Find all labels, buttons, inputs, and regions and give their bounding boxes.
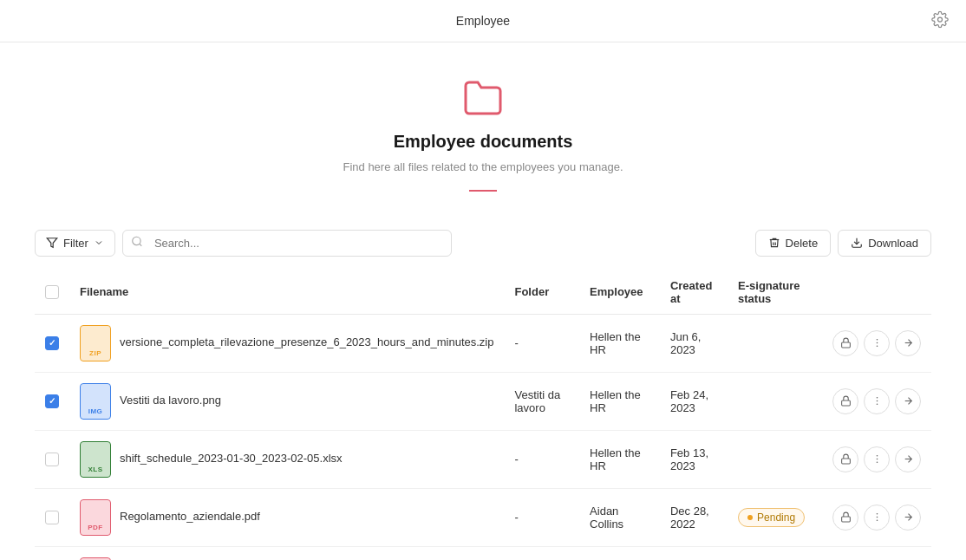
more-options-button[interactable]	[864, 330, 890, 356]
col-header-filename: Filename	[69, 270, 504, 315]
search-icon	[131, 236, 143, 251]
row-checkbox-cell	[35, 430, 69, 488]
svg-point-21	[876, 513, 878, 515]
settings-icon[interactable]	[931, 11, 949, 31]
lock-icon-button[interactable]	[832, 388, 858, 414]
page-title: Employee	[456, 14, 510, 28]
row-folder-cell: -	[504, 314, 579, 372]
status-badge: Pending	[738, 508, 805, 527]
row-filename-cell: PDF Regolamento_aziendale.pdf	[69, 546, 504, 560]
svg-point-23	[876, 519, 878, 521]
more-options-button[interactable]	[864, 446, 890, 472]
row-status-cell: Pending	[728, 488, 822, 546]
row-employee-cell: Aidan Collins	[579, 546, 660, 560]
row-created-cell: Feb 13, 2023	[660, 430, 728, 488]
file-type-badge: ZIP	[80, 325, 111, 361]
row-checkbox[interactable]	[45, 394, 59, 408]
table-row: IMG Vestiti da lavoro.png Vestiti da lav…	[35, 372, 931, 430]
row-folder-cell: Contracts	[504, 546, 579, 560]
navigate-button[interactable]	[895, 330, 921, 356]
svg-rect-15	[841, 459, 850, 464]
download-icon	[851, 237, 863, 249]
svg-point-22	[876, 517, 878, 518]
col-header-created: Created at	[660, 270, 728, 315]
row-status-cell	[728, 372, 822, 430]
svg-point-12	[876, 400, 878, 402]
row-actions-cell	[822, 546, 931, 560]
row-filename-cell: IMG Vestiti da lavoro.png	[69, 372, 504, 430]
file-type-badge: PDF	[80, 499, 111, 536]
filter-label: Filter	[63, 237, 88, 250]
table-header-row: Filename Folder Employee Created at E-si…	[35, 270, 931, 315]
row-status-cell: Pending	[728, 546, 822, 560]
col-header-employee: Employee	[579, 270, 660, 315]
svg-point-8	[876, 345, 878, 347]
row-checkbox[interactable]	[45, 453, 59, 466]
row-employee-cell: Aidan Collins	[579, 488, 660, 546]
row-employee-cell: Hellen the HR	[579, 314, 660, 372]
svg-rect-5	[841, 342, 850, 348]
file-type-badge: IMG	[80, 383, 111, 420]
toolbar-left: Filter	[35, 230, 452, 257]
hero-divider	[469, 190, 497, 192]
file-type-badge: PDF	[80, 557, 111, 561]
row-created-cell: Jun 6, 2023	[660, 314, 728, 372]
lock-icon-button[interactable]	[832, 505, 858, 531]
col-header-actions	[822, 270, 931, 315]
row-actions-cell	[822, 372, 931, 430]
table-row: ZIP versione_completa_rilevazione_presen…	[35, 314, 931, 372]
svg-rect-10	[841, 400, 850, 406]
page-header: Employee	[0, 0, 966, 42]
table-row: PDF Regolamento_aziendale.pdf Contracts …	[35, 546, 931, 560]
hero-subtitle: Find here all files related to the emplo…	[343, 159, 623, 176]
more-options-button[interactable]	[864, 388, 890, 414]
col-header-folder: Folder	[504, 270, 579, 315]
row-filename-cell: ZIP versione_completa_rilevazione_presen…	[69, 314, 504, 372]
row-employee-cell: Hellen the HR	[579, 430, 660, 488]
row-checkbox[interactable]	[45, 336, 59, 350]
row-checkbox[interactable]	[45, 511, 59, 524]
search-input[interactable]	[122, 230, 452, 257]
svg-point-0	[938, 17, 943, 22]
row-folder-cell: -	[504, 488, 579, 546]
row-created-cell: Dec 28, 2022	[660, 546, 728, 560]
svg-point-13	[876, 403, 878, 405]
navigate-button[interactable]	[895, 388, 921, 414]
row-actions-cell	[822, 430, 931, 488]
file-name: Vestiti da lavoro.png	[120, 393, 221, 408]
download-button[interactable]: Download	[838, 230, 931, 257]
toolbar-right: Delete Download	[755, 230, 931, 257]
navigate-button[interactable]	[895, 446, 921, 472]
svg-point-11	[876, 397, 878, 399]
row-created-cell: Dec 28, 2022	[660, 488, 728, 546]
row-checkbox-cell	[35, 372, 69, 430]
svg-point-6	[876, 339, 878, 341]
filter-icon	[46, 237, 58, 249]
row-filename-cell: XLS shift_schedule_2023-01-30_2023-02-05…	[69, 430, 504, 488]
svg-point-18	[876, 461, 878, 463]
lock-icon-button[interactable]	[832, 446, 858, 472]
delete-label: Delete	[786, 237, 819, 250]
file-name: shift_schedule_2023-01-30_2023-02-05.xls…	[120, 451, 343, 466]
row-actions-cell	[822, 488, 931, 546]
lock-icon-button[interactable]	[832, 330, 858, 356]
row-status-cell	[728, 314, 822, 372]
file-type-badge: XLS	[80, 441, 111, 478]
more-options-button[interactable]	[864, 505, 890, 531]
svg-point-17	[876, 459, 878, 460]
delete-button[interactable]: Delete	[755, 230, 832, 257]
navigate-button[interactable]	[895, 505, 921, 531]
file-name: versione_completa_rilevazione_presenze_6…	[120, 335, 493, 350]
row-folder-cell: Vestiti da lavoro	[504, 372, 579, 430]
folder-icon	[462, 77, 504, 121]
toolbar: Filter Delete Download	[0, 216, 966, 270]
filter-button[interactable]: Filter	[35, 230, 115, 257]
svg-line-3	[140, 244, 142, 246]
row-folder-cell: -	[504, 430, 579, 488]
table-row: PDF Regolamento_aziendale.pdf - Aidan Co…	[35, 488, 931, 546]
svg-point-2	[133, 237, 140, 244]
select-all-checkbox[interactable]	[45, 285, 59, 299]
download-label: Download	[868, 237, 918, 250]
search-wrapper	[122, 230, 452, 257]
row-created-cell: Feb 24, 2023	[660, 372, 728, 430]
